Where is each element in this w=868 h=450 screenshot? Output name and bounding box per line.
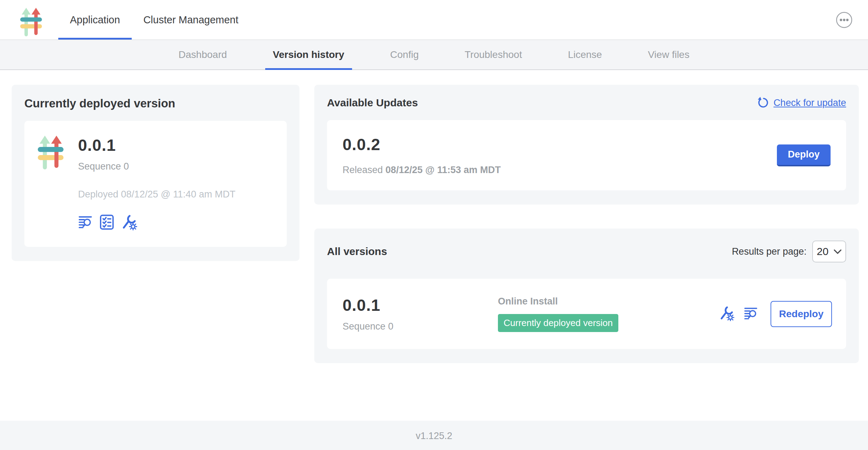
subnav-tab-version-history[interactable]: Version history	[265, 40, 352, 70]
update-version-number: 0.0.2	[343, 135, 501, 154]
subnav-tab-dashboard[interactable]: Dashboard	[171, 40, 235, 70]
row-edit-config-button[interactable]	[719, 306, 735, 322]
subnav-tab-view-files[interactable]: View files	[640, 40, 697, 70]
tab-application[interactable]: Application	[58, 0, 132, 40]
update-released-line: Released 08/12/25 @ 11:53 am MDT	[343, 165, 501, 176]
all-versions-card: All versions Results per page: 20 0.0	[314, 229, 859, 363]
row-sequence: Sequence 0	[343, 321, 498, 332]
redeploy-button[interactable]: Redeploy	[771, 301, 832, 327]
results-per-page-value: 20	[817, 245, 828, 257]
edit-config-button[interactable]	[121, 214, 137, 231]
available-updates-card: Available Updates Check for update 0.0.2…	[314, 85, 859, 205]
refresh-icon	[757, 97, 769, 109]
app-logo-icon	[20, 8, 44, 40]
top-nav: Application Cluster Management	[58, 0, 250, 40]
ellipsis-icon	[836, 24, 852, 29]
main-content: Currently deployed version 0.0.1 Sequenc…	[0, 70, 868, 421]
deployed-version-number: 0.0.1	[78, 136, 236, 155]
row-install-type: Online Install	[498, 296, 719, 307]
console-version: v1.125.2	[416, 421, 452, 442]
tab-cluster-management[interactable]: Cluster Management	[132, 0, 250, 40]
chevron-down-icon	[834, 249, 842, 254]
deployed-sequence: Sequence 0	[78, 161, 236, 172]
deploy-button[interactable]: Deploy	[777, 144, 831, 166]
check-for-update-label: Check for update	[773, 97, 846, 108]
subnav-tab-config[interactable]: Config	[382, 40, 427, 70]
currently-deployed-title: Currently deployed version	[24, 97, 287, 110]
log-magnifier-icon	[744, 306, 758, 322]
currently-deployed-card: Currently deployed version 0.0.1 Sequenc…	[12, 85, 299, 261]
app-subnav: Dashboard Version history Config Trouble…	[0, 40, 868, 70]
page-footer: v1.125.2	[0, 421, 868, 450]
deployed-app-logo-icon	[38, 136, 66, 231]
version-row: 0.0.1 Sequence 0 Online Install Currentl…	[327, 279, 846, 349]
currently-deployed-badge: Currently deployed version	[498, 314, 618, 332]
subnav-tab-license[interactable]: License	[560, 40, 610, 70]
all-versions-title: All versions	[327, 245, 387, 257]
update-row: 0.0.2 Released 08/12/25 @ 11:53 am MDT D…	[327, 120, 846, 190]
deployed-timestamp: Deployed 08/12/25 @ 11:40 am MDT	[78, 189, 236, 200]
deployed-version-box: 0.0.1 Sequence 0 Deployed 08/12/25 @ 11:…	[24, 121, 287, 247]
released-date: 08/12/25 @ 11:53 am MDT	[386, 165, 501, 175]
deployed-actions	[78, 214, 236, 231]
top-header: Application Cluster Management	[0, 0, 868, 40]
results-per-page-select[interactable]: 20	[812, 241, 846, 262]
row-view-diff-button[interactable]	[744, 306, 758, 322]
preflight-checks-button[interactable]	[100, 214, 114, 231]
wrench-gear-icon	[719, 306, 735, 322]
wrench-gear-icon	[121, 214, 137, 231]
check-for-update-link[interactable]: Check for update	[757, 97, 846, 109]
checklist-icon	[100, 214, 114, 231]
view-diff-button[interactable]	[78, 214, 93, 231]
subnav-tab-troubleshoot[interactable]: Troubleshoot	[457, 40, 530, 70]
released-label: Released	[343, 165, 386, 175]
available-updates-title: Available Updates	[327, 97, 418, 109]
overflow-menu-button[interactable]	[836, 12, 852, 28]
log-magnifier-icon	[78, 214, 93, 231]
row-version-number: 0.0.1	[343, 296, 498, 315]
results-per-page-label: Results per page:	[732, 246, 807, 257]
